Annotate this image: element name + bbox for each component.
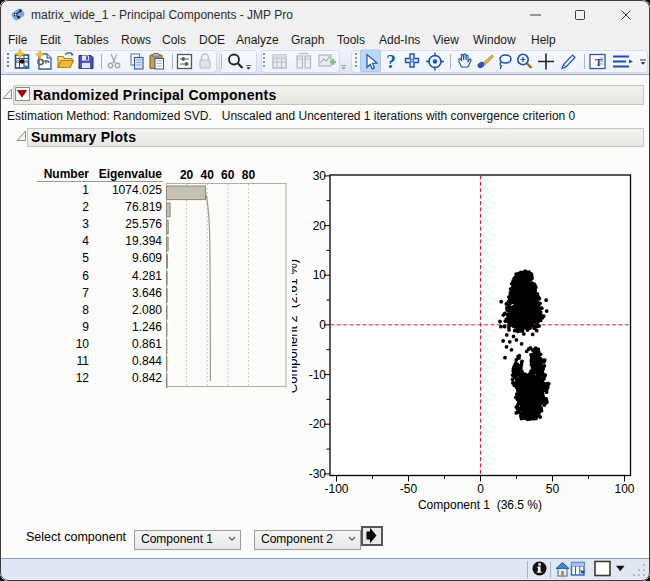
svg-text:20: 20: [180, 168, 194, 182]
svg-text:Component 1 (36.5 %): Component 1 (36.5 %): [418, 498, 542, 512]
svg-text:-20: -20: [309, 417, 327, 431]
svg-text:50: 50: [546, 482, 560, 496]
svg-text:-30: -30: [309, 467, 327, 481]
svg-text:80: 80: [242, 168, 256, 182]
svg-text:30: 30: [313, 169, 327, 183]
svg-text:?: ?: [386, 51, 396, 72]
svg-text:40: 40: [201, 168, 215, 182]
svg-text:20: 20: [313, 219, 327, 233]
svg-text:0: 0: [319, 318, 326, 332]
svg-text:-50: -50: [400, 482, 418, 496]
svg-text:Component 2 (2.61 %): Component 2 (2.61 %): [292, 259, 300, 393]
svg-text:-10: -10: [309, 368, 327, 382]
svg-text:100: 100: [614, 482, 634, 496]
svg-text:0: 0: [477, 482, 484, 496]
svg-text:-100: -100: [324, 482, 348, 496]
svg-text:10: 10: [313, 268, 327, 282]
svg-text:60: 60: [221, 168, 235, 182]
